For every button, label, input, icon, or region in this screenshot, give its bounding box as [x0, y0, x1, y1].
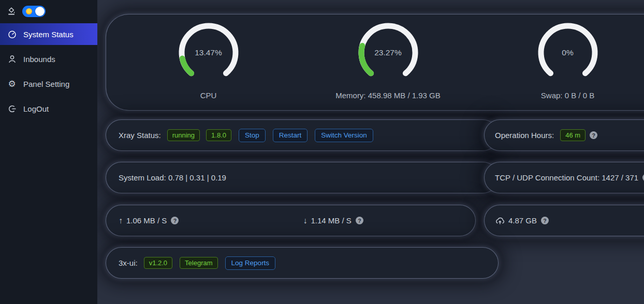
arrow-up-icon: ↑	[119, 216, 123, 225]
xray-running-tag: running	[167, 129, 200, 141]
sun-icon	[26, 8, 32, 14]
memory-label: Memory: 458.98 MB / 1.93 GB	[335, 91, 441, 100]
question-icon[interactable]: ?	[590, 131, 597, 139]
switch-knob	[35, 7, 45, 16]
upload-speed-group: ↑ 1.06 MB / S ?	[106, 216, 291, 225]
arrow-down-icon: ↓	[303, 216, 308, 225]
total-traffic-card: 4.87 GB ?	[485, 205, 644, 236]
gear-icon: ⚙	[7, 80, 17, 88]
cpu-label: CPU	[200, 91, 217, 100]
sidebar-theme-row	[0, 0, 97, 19]
sidebar-item-label: LogOut	[23, 104, 49, 113]
dashboard-icon	[7, 30, 17, 39]
download-speed-group: ↓ 1.14 MB / S ?	[291, 216, 476, 225]
cloud-upload-icon	[495, 217, 505, 225]
operation-hours-card: Operation Hours: 46 m ?	[485, 120, 644, 150]
sidebar-item-label: Inbounds	[23, 55, 55, 64]
system-load-text: System Load: 0.78 | 0.31 | 0.19	[119, 173, 226, 182]
sidebar: System Status Inbounds ⚙ Panel Setting	[0, 0, 97, 304]
gauge-swap: 0% Swap: 0 B / 0 B	[478, 14, 644, 110]
question-icon[interactable]: ?	[541, 217, 549, 224]
app-version-tag: v1.2.0	[144, 257, 172, 269]
sidebar-item-system-status[interactable]: System Status	[0, 23, 97, 45]
xray-status-label: Xray Status:	[119, 131, 161, 140]
theme-toggle-switch[interactable]	[22, 6, 46, 17]
operation-hours-label: Operation Hours:	[495, 131, 554, 140]
main-content: 13.47% CPU 23.27% Memory: 458.98 MB / 1.…	[97, 0, 644, 304]
telegram-button[interactable]: Telegram	[180, 257, 217, 269]
sidebar-item-label: System Status	[23, 30, 74, 39]
connection-count-text: TCP / UDP Connection Count: 1427 / 371	[495, 173, 638, 182]
restart-button[interactable]: Restart	[273, 129, 308, 142]
swap-label: Swap: 0 B / 0 B	[541, 91, 594, 100]
sidebar-item-inbounds[interactable]: Inbounds	[0, 48, 97, 70]
bg-colors-icon	[7, 7, 16, 16]
system-gauges-card: 13.47% CPU 23.27% Memory: 458.98 MB / 1.…	[106, 14, 644, 110]
gauge-cpu: 13.47% CPU	[119, 14, 298, 110]
upload-speed-text: 1.06 MB / S	[126, 216, 167, 225]
network-speed-card: ↑ 1.06 MB / S ? ↓ 1.14 MB / S ?	[106, 205, 475, 236]
switch-version-button[interactable]: Switch Version	[315, 129, 373, 142]
total-traffic-text: 4.87 GB	[508, 216, 537, 225]
download-speed-text: 1.14 MB / S	[311, 216, 352, 225]
system-load-card: System Load: 0.78 | 0.31 | 0.19	[106, 162, 498, 193]
memory-percent: 23.27%	[357, 48, 419, 57]
sidebar-menu: System Status Inbounds ⚙ Panel Setting	[0, 23, 97, 119]
question-icon[interactable]: ?	[171, 217, 179, 224]
gauge-memory: 23.27% Memory: 458.98 MB / 1.93 GB	[298, 14, 478, 110]
xray-status-card: Xray Status: running 1.8.0 Stop Restart …	[106, 120, 498, 150]
connection-count-card: TCP / UDP Connection Count: 1427 / 371 ?	[485, 162, 644, 193]
app-label: 3x-ui:	[119, 259, 138, 267]
user-icon	[7, 55, 17, 64]
log-reports-button[interactable]: Log Reports	[225, 256, 276, 270]
sidebar-item-logout[interactable]: LogOut	[0, 98, 97, 119]
swap-percent: 0%	[537, 48, 599, 57]
xray-version-tag: 1.8.0	[206, 129, 231, 141]
question-icon[interactable]: ?	[356, 217, 363, 224]
sidebar-item-label: Panel Setting	[23, 80, 69, 88]
sidebar-item-panel-setting[interactable]: ⚙ Panel Setting	[0, 73, 97, 95]
logout-icon	[7, 104, 17, 113]
app-version-card: 3x-ui: v1.2.0 Telegram Log Reports	[106, 248, 498, 278]
operation-hours-tag: 46 m	[560, 129, 586, 141]
stop-button[interactable]: Stop	[239, 129, 266, 142]
cpu-percent: 13.47%	[178, 48, 240, 57]
